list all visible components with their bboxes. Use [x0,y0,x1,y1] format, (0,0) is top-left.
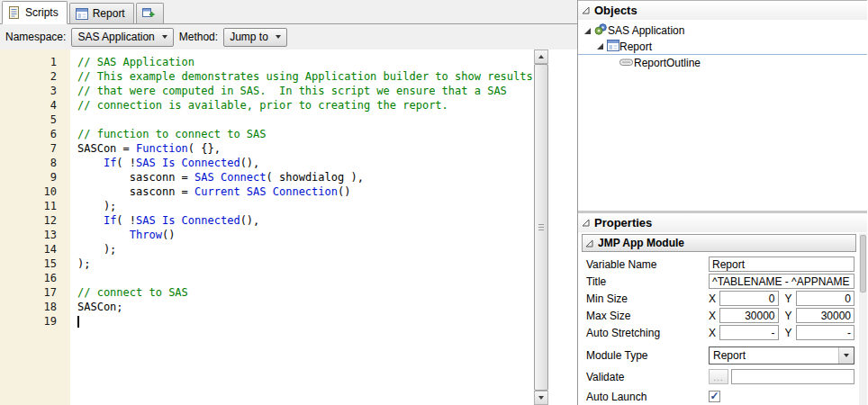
module-type-dropdown[interactable]: Report [709,346,854,364]
line-number-gutter: 12345678910111213141516171819 [0,50,70,405]
validate-browse-button[interactable]: ... [709,369,728,384]
auto-launch-checkbox[interactable]: ✓ [709,391,720,402]
line-number: 4 [0,98,57,112]
code-line: sasconn = Current SAS Connection() [77,184,534,199]
code-line: ); [77,256,534,271]
disclosure-triangle-icon[interactable] [582,6,590,14]
prop-row-title: Title^TABLENAME - ^APPNAME [586,273,867,290]
code-line: SASCon = Function( {}, [77,141,534,156]
method-dropdown[interactable]: Jump to [223,28,287,47]
properties-title: Properties [594,216,652,230]
prop-label: Title [586,275,709,288]
prop-value: X0Y0 [709,291,854,306]
tab-scripts[interactable]: Scripts [2,1,68,24]
x-label: X [709,292,717,305]
namespace-value: SAS Application [77,31,154,43]
title-field[interactable]: ^TABLENAME - ^APPNAME [709,274,854,289]
module-group-header: JMP App Module [582,234,856,252]
auto-stretching-y-field[interactable]: - [796,325,855,340]
objects-header: Objects [578,1,867,20]
prop-label: Module Type [586,349,709,362]
line-number: 10 [0,184,57,199]
line-number: 18 [0,300,57,314]
prop-row-variable-name: Variable NameReport [586,256,867,273]
prop-value: ^TABLENAME - ^APPNAME [709,274,854,289]
min-size-y-field[interactable]: 0 [796,291,855,306]
prop-value: X-Y- [709,325,854,340]
arrow-up-icon [538,55,544,58]
line-number: 11 [0,199,57,213]
property-rows: Variable NameReportTitle^TABLENAME - ^AP… [578,256,867,405]
line-number: 16 [0,271,57,285]
auto-stretching-x-field[interactable]: - [719,325,779,340]
y-label: Y [785,310,793,322]
checkmark-icon: ✓ [710,391,719,401]
line-number: 6 [0,127,57,141]
code-line [77,271,534,285]
max-size-x-field[interactable]: 30000 [719,308,779,323]
tree-item-report[interactable]: Report [578,39,867,55]
tree-item-sas-application[interactable]: SAS Application [578,22,867,39]
tab-report[interactable]: Report [69,3,134,23]
line-number: 15 [0,256,57,271]
prop-row-min-size: Min SizeX0Y0 [586,290,867,307]
method-value: Jump to [230,31,268,43]
dropdown-value: Report [710,347,838,364]
prop-row-max-size: Max SizeX30000Y30000 [586,307,867,324]
app-icon [594,23,608,38]
x-label: X [709,310,717,322]
side-pane: Objects SAS ApplicationReportReportOutli… [578,0,867,405]
chevron-down-icon [162,35,167,39]
scrollbar-thumb[interactable] [860,235,866,292]
validate-field[interactable] [731,369,854,384]
code-line: // SAS Application [77,55,534,69]
namespace-dropdown[interactable]: SAS Application [71,28,173,47]
max-size-y-field[interactable]: 30000 [796,308,855,323]
line-number: 13 [0,228,57,242]
tab-bar: ScriptsReport [0,0,577,24]
prop-row-auto-stretching: Auto StretchingX-Y- [586,324,867,341]
tab-new-script[interactable] [136,3,164,23]
scripts-icon [8,6,21,19]
newscript-icon [142,8,155,20]
method-label: Method: [179,31,218,43]
code-line: // connection is available, prior to cre… [77,98,534,112]
properties-header: Properties [578,213,867,232]
prop-label: Auto Stretching [586,327,709,339]
objects-tree: SAS ApplicationReportReportOutline [578,20,867,211]
prop-label: Validate [586,371,709,383]
module-group-title: JMP App Module [598,237,684,249]
y-label: Y [785,327,793,339]
properties-scrollbar[interactable] [859,233,867,405]
scroll-down-button[interactable] [534,391,548,405]
code-line: // that were computed in SAS. In this sc… [77,84,534,98]
variable-name-field[interactable]: Report [709,256,854,272]
prop-value: Report [709,256,854,272]
expander-icon[interactable] [596,42,607,50]
code-area[interactable]: // SAS Application// This example demons… [70,50,534,405]
scrollbar-thumb[interactable] [534,64,548,391]
y-label: Y [785,292,793,305]
line-number: 7 [0,141,57,156]
prop-row-module-type: Module TypeReport [586,346,867,364]
code-line: // function to connect to SAS [77,127,534,141]
disclosure-triangle-icon[interactable] [585,239,593,248]
script-editor: 12345678910111213141516171819 // SAS App… [0,50,577,405]
disclosure-triangle-icon[interactable] [582,219,590,227]
tree-item-reportoutline[interactable]: ReportOutline [578,55,867,71]
code-line: If( !SAS Is Connected(), [77,156,534,170]
expander-icon[interactable] [583,27,594,35]
line-number: 2 [0,69,57,84]
line-number: 8 [0,156,57,170]
prop-row-validate: Validate... [586,368,867,385]
code-line: sasconn = SAS Connect( showdialog ), [77,170,534,184]
code-line [77,112,534,127]
tree-item-label: Report [619,40,652,53]
editor-scrollbar[interactable] [534,50,548,405]
line-number: 9 [0,170,57,184]
script-toolbar: Namespace: SAS Application Method: Jump … [0,24,577,50]
prop-value: ✓ [709,391,854,402]
line-number: 5 [0,112,57,127]
scroll-up-button[interactable] [534,50,548,64]
min-size-x-field[interactable]: 0 [719,291,779,306]
